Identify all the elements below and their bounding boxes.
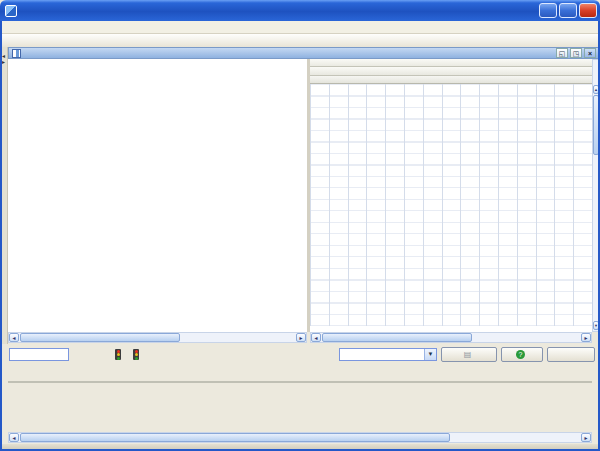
- scroll-right-icon[interactable]: ►: [581, 433, 591, 442]
- menubar: [0, 21, 600, 34]
- help-icon: ?: [516, 350, 525, 359]
- scroll-left-icon[interactable]: ◄: [9, 333, 19, 342]
- prog-traffic-light-icon: [133, 349, 139, 360]
- links-table: [8, 381, 592, 383]
- gantt-hscrollbar[interactable]: ◄ ►: [310, 332, 592, 343]
- terminmanager-icon: [12, 49, 21, 58]
- scroll-thumb[interactable]: [20, 333, 180, 342]
- toolbar: [0, 34, 600, 47]
- print-button[interactable]: ▤: [441, 347, 497, 362]
- mdi-restore-icon[interactable]: ◱: [556, 48, 568, 58]
- rplan-window: ◱ ◳ × ◄► ◄ ► ◄ ► ▲ ▼: [0, 0, 600, 451]
- task-table: [8, 59, 307, 332]
- minimize-button[interactable]: [539, 3, 557, 18]
- scroll-right-icon[interactable]: ►: [581, 333, 591, 342]
- mdi-close-icon[interactable]: ×: [584, 48, 596, 58]
- links-hscrollbar[interactable]: ◄ ►: [8, 432, 592, 443]
- scroll-left-icon[interactable]: ◄: [311, 333, 321, 342]
- gantt-pane: [310, 59, 592, 332]
- scroll-right-icon[interactable]: ►: [296, 333, 306, 342]
- table-hscrollbar[interactable]: ◄ ►: [8, 332, 307, 343]
- filter-checkboxes: [0, 366, 600, 379]
- gantt-week-header: [310, 76, 592, 84]
- restore-button[interactable]: [559, 3, 577, 18]
- gantt-year-header: [310, 59, 592, 67]
- terminmanager-titlebar: ◱ ◳ ×: [8, 47, 600, 59]
- help-button[interactable]: ?: [501, 347, 543, 362]
- mdi-maximize-icon[interactable]: ◳: [570, 48, 582, 58]
- interface-bar: ▼ ▤ ?: [0, 345, 600, 364]
- scroll-left-icon[interactable]: ◄: [9, 433, 19, 442]
- scroll-thumb[interactable]: [322, 333, 472, 342]
- gantt-month-header: [310, 67, 592, 76]
- close-button[interactable]: [579, 3, 597, 18]
- close-panel-button[interactable]: [547, 347, 595, 362]
- chevron-down-icon[interactable]: ▼: [424, 349, 436, 360]
- ansicht-combobox[interactable]: ▼: [339, 348, 437, 361]
- vorgang-field[interactable]: [9, 348, 69, 361]
- gantt-body: [310, 84, 592, 326]
- printer-icon: ▤: [464, 350, 472, 359]
- erg-traffic-light-icon: [115, 349, 121, 360]
- scroll-thumb[interactable]: [20, 433, 450, 442]
- app-icon: [5, 5, 17, 17]
- window-titlebar: [0, 0, 600, 21]
